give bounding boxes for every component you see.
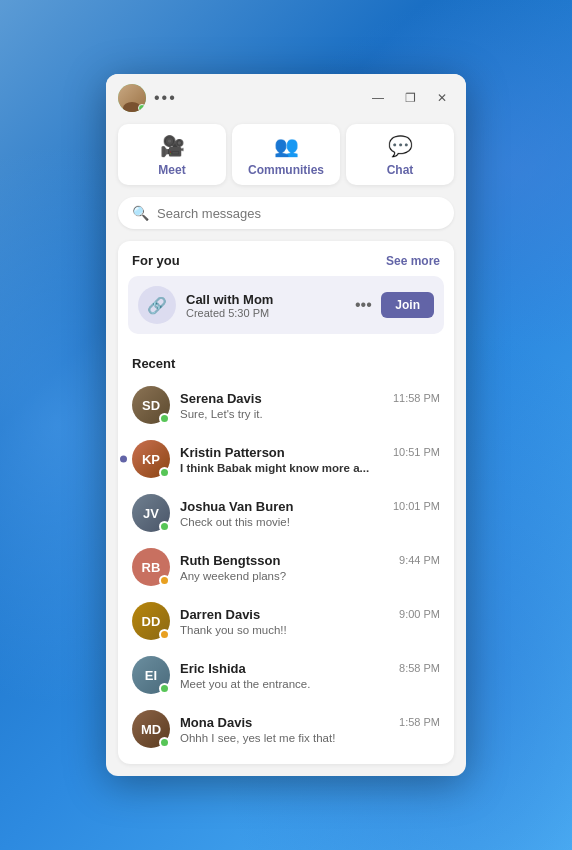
avatar-wrap: KP: [132, 440, 170, 478]
chat-time: 9:00 PM: [399, 608, 440, 620]
chat-time: 10:51 PM: [393, 446, 440, 458]
join-button[interactable]: Join: [381, 292, 434, 318]
call-more-button[interactable]: •••: [351, 293, 375, 317]
chat-list: SD Serena Davis 11:58 PM Sure, Let's try…: [118, 378, 454, 764]
unread-dot: [120, 456, 127, 463]
avatar-initials: RB: [142, 560, 161, 575]
chat-name-row: Joshua Van Buren 10:01 PM: [180, 499, 440, 514]
chat-name: Mona Davis: [180, 715, 252, 730]
chat-name: Serena Davis: [180, 391, 262, 406]
chat-list-item[interactable]: EI Eric Ishida 8:58 PM Meet you at the e…: [118, 648, 454, 702]
chat-time: 11:58 PM: [393, 392, 440, 404]
avatar-initials: DD: [142, 614, 161, 629]
avatar-wrap: SD: [132, 386, 170, 424]
avatar-wrap: RB: [132, 548, 170, 586]
chat-content: Mona Davis 1:58 PM Ohhh I see, yes let m…: [180, 715, 440, 744]
chat-preview: Meet you at the entrance.: [180, 678, 440, 690]
status-indicator: [159, 467, 170, 478]
chat-preview: Thank you so much!!: [180, 624, 440, 636]
chat-content: Kristin Patterson 10:51 PM I think Babak…: [180, 445, 440, 474]
more-options-button[interactable]: •••: [154, 89, 177, 107]
call-title: Call with Mom: [186, 292, 341, 307]
tab-meet[interactable]: 🎥 Meet: [118, 124, 226, 185]
app-window: ••• — ❐ ✕ 🎥 Meet 👥 Communities 💬 Chat 🔍 …: [106, 74, 466, 776]
chat-content: Serena Davis 11:58 PM Sure, Let's try it…: [180, 391, 440, 420]
chat-name-row: Mona Davis 1:58 PM: [180, 715, 440, 730]
communities-label: Communities: [248, 163, 324, 177]
chat-preview: Sure, Let's try it.: [180, 408, 440, 420]
chat-name: Ruth Bengtsson: [180, 553, 280, 568]
chat-time: 9:44 PM: [399, 554, 440, 566]
chat-name-row: Darren Davis 9:00 PM: [180, 607, 440, 622]
chat-list-item[interactable]: JV Joshua Van Buren 10:01 PM Check out t…: [118, 486, 454, 540]
search-icon: 🔍: [132, 205, 149, 221]
avatar-wrap: MD: [132, 710, 170, 748]
chat-label: Chat: [387, 163, 414, 177]
chat-content: Darren Davis 9:00 PM Thank you so much!!: [180, 607, 440, 636]
chat-time: 1:58 PM: [399, 716, 440, 728]
chat-list-item[interactable]: SD Serena Davis 11:58 PM Sure, Let's try…: [118, 378, 454, 432]
chat-list-item[interactable]: MD Mona Davis 1:58 PM Ohhh I see, yes le…: [118, 702, 454, 756]
chat-content: Joshua Van Buren 10:01 PM Check out this…: [180, 499, 440, 528]
chat-list-item[interactable]: DD Darren Davis 9:00 PM Thank you so muc…: [118, 594, 454, 648]
chat-list-item[interactable]: RB Ruth Bengtsson 9:44 PM Any weekend pl…: [118, 540, 454, 594]
chat-preview: I think Babak might know more a...: [180, 462, 440, 474]
chat-preview: Check out this movie!: [180, 516, 440, 528]
chat-name: Eric Ishida: [180, 661, 246, 676]
avatar-initials: KP: [142, 452, 160, 467]
chat-name: Kristin Patterson: [180, 445, 285, 460]
recent-title: Recent: [132, 356, 175, 371]
for-you-title: For you: [132, 253, 180, 268]
chat-list-item[interactable]: KP Kristin Patterson 10:51 PM I think Ba…: [118, 432, 454, 486]
avatar-initials: JV: [143, 506, 159, 521]
communities-icon: 👥: [274, 134, 299, 158]
status-indicator: [159, 629, 170, 640]
avatar-wrap: DD: [132, 602, 170, 640]
title-bar-left: •••: [118, 84, 177, 112]
tab-chat[interactable]: 💬 Chat: [346, 124, 454, 185]
for-you-section-header: For you See more: [118, 241, 454, 276]
avatar-initials: MD: [141, 722, 161, 737]
chat-preview: Any weekend plans?: [180, 570, 440, 582]
chat-name-row: Serena Davis 11:58 PM: [180, 391, 440, 406]
status-indicator: [159, 737, 170, 748]
restore-button[interactable]: ❐: [398, 86, 422, 110]
call-info: Call with Mom Created 5:30 PM: [186, 292, 341, 319]
window-controls: — ❐ ✕: [366, 86, 454, 110]
recent-section-header: Recent: [118, 344, 454, 378]
call-icon: 🔗: [138, 286, 176, 324]
avatar-initials: SD: [142, 398, 160, 413]
chat-name-row: Ruth Bengtsson 9:44 PM: [180, 553, 440, 568]
chat-preview: Ohhh I see, yes let me fix that!: [180, 732, 440, 744]
chat-icon: 💬: [388, 134, 413, 158]
meet-label: Meet: [158, 163, 185, 177]
chat-time: 10:01 PM: [393, 500, 440, 512]
avatar-initials: EI: [145, 668, 157, 683]
avatar-wrap: JV: [132, 494, 170, 532]
chat-content: Eric Ishida 8:58 PM Meet you at the entr…: [180, 661, 440, 690]
call-card: 🔗 Call with Mom Created 5:30 PM ••• Join: [128, 276, 444, 334]
call-subtitle: Created 5:30 PM: [186, 307, 341, 319]
content-panel: For you See more 🔗 Call with Mom Created…: [118, 241, 454, 764]
see-more-button[interactable]: See more: [386, 254, 440, 268]
chat-time: 8:58 PM: [399, 662, 440, 674]
meet-icon: 🎥: [160, 134, 185, 158]
status-indicator: [159, 575, 170, 586]
close-button[interactable]: ✕: [430, 86, 454, 110]
chat-content: Ruth Bengtsson 9:44 PM Any weekend plans…: [180, 553, 440, 582]
tab-communities[interactable]: 👥 Communities: [232, 124, 340, 185]
chat-name-row: Eric Ishida 8:58 PM: [180, 661, 440, 676]
avatar-wrap: EI: [132, 656, 170, 694]
status-indicator: [159, 683, 170, 694]
chat-name: Darren Davis: [180, 607, 260, 622]
status-dot: [138, 104, 146, 112]
avatar: [118, 84, 146, 112]
search-input[interactable]: [157, 206, 440, 221]
chat-name: Joshua Van Buren: [180, 499, 293, 514]
chat-name-row: Kristin Patterson 10:51 PM: [180, 445, 440, 460]
nav-tabs: 🎥 Meet 👥 Communities 💬 Chat: [106, 120, 466, 197]
minimize-button[interactable]: —: [366, 86, 390, 110]
status-indicator: [159, 413, 170, 424]
search-bar: 🔍: [118, 197, 454, 229]
status-indicator: [159, 521, 170, 532]
